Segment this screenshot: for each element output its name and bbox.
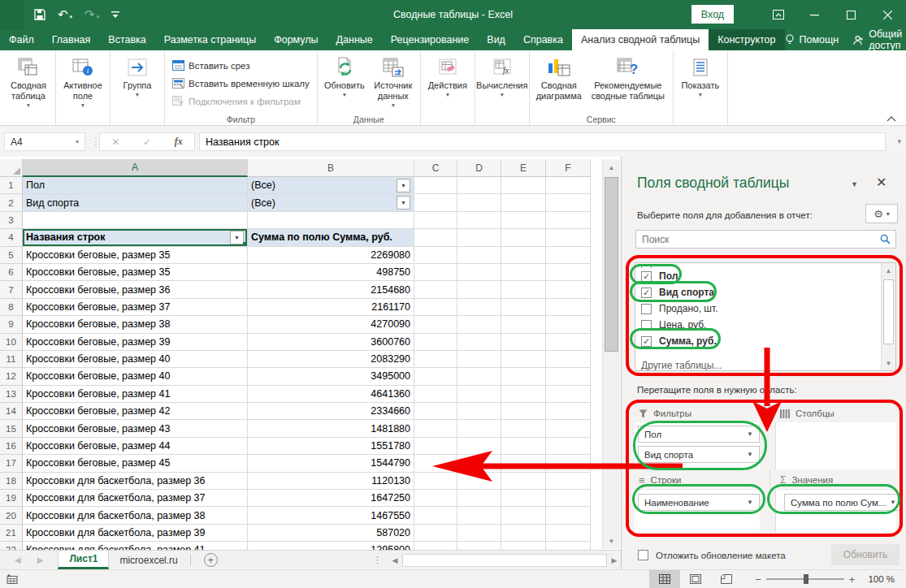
row-number[interactable]: 21 bbox=[0, 525, 23, 542]
cell-empty[interactable] bbox=[546, 473, 591, 490]
cell-empty[interactable] bbox=[457, 473, 501, 490]
row-number[interactable]: 6 bbox=[0, 264, 23, 281]
cell-empty[interactable] bbox=[501, 247, 546, 264]
filter-value-cell[interactable]: (Все)▼ bbox=[248, 194, 414, 211]
enter-icon[interactable]: ✓ bbox=[143, 136, 151, 148]
row-number[interactable]: 4 bbox=[0, 229, 23, 246]
pivot-value-cell[interactable]: 1481880 bbox=[248, 420, 414, 437]
cell-empty[interactable] bbox=[414, 542, 457, 550]
field-item-vid-sporta[interactable]: ✓ Вид спорта bbox=[635, 284, 895, 300]
row-number[interactable]: 19 bbox=[0, 490, 23, 507]
pivot-row-label-cell[interactable]: Кроссовки беговые, размер 37 bbox=[23, 299, 248, 316]
pivot-value-cell[interactable]: 1467550 bbox=[248, 507, 414, 524]
actions-button[interactable]: Действия ▾ bbox=[423, 53, 472, 114]
tab-review[interactable]: Рецензирование bbox=[382, 29, 479, 50]
cell-empty[interactable] bbox=[546, 490, 591, 507]
pivot-row-label-cell[interactable]: Кроссовки для баскетбола, размер 36 bbox=[23, 473, 248, 490]
zoom-in-button[interactable]: + bbox=[844, 573, 860, 586]
cell-empty[interactable] bbox=[546, 351, 591, 368]
column-header-e[interactable]: E bbox=[501, 159, 546, 177]
column-header-a[interactable]: A bbox=[23, 159, 248, 177]
calculations-button[interactable]: fx Вычисления ▾ bbox=[478, 53, 527, 114]
cell-empty[interactable] bbox=[414, 507, 457, 524]
cell-empty[interactable] bbox=[546, 455, 591, 472]
pane-splitter-dots-icon[interactable]: ⋮ bbox=[373, 555, 382, 565]
cell-empty[interactable] bbox=[457, 455, 501, 472]
share-button[interactable]: Общий доступ bbox=[853, 28, 902, 51]
row-number[interactable]: 17 bbox=[0, 455, 23, 472]
zoom-slider[interactable] bbox=[766, 578, 844, 580]
sheet-tab-list1[interactable]: Лист1 bbox=[58, 551, 109, 569]
checkbox-unchecked[interactable] bbox=[638, 550, 648, 560]
scroll-up-icon[interactable]: ▲ bbox=[882, 263, 895, 278]
horizontal-scrollbar[interactable] bbox=[402, 554, 607, 567]
cell-empty[interactable] bbox=[501, 403, 546, 420]
sign-in-button[interactable]: Вход bbox=[691, 5, 734, 24]
cell-empty[interactable] bbox=[501, 351, 546, 368]
cell-empty[interactable] bbox=[546, 281, 591, 298]
prev-sheet-icon[interactable]: ◀ bbox=[15, 556, 21, 564]
page-break-view-button[interactable] bbox=[711, 570, 742, 588]
cell-empty[interactable] bbox=[414, 420, 457, 437]
cell-empty[interactable] bbox=[501, 542, 546, 550]
cell-empty[interactable] bbox=[457, 386, 501, 403]
search-input[interactable] bbox=[636, 234, 880, 245]
field-search-box[interactable] bbox=[635, 230, 896, 249]
cell-empty[interactable] bbox=[501, 455, 546, 472]
row-number[interactable]: 8 bbox=[0, 299, 23, 316]
pivot-value-cell[interactable]: 3600760 bbox=[248, 334, 414, 351]
tab-data[interactable]: Данные bbox=[327, 29, 382, 50]
data-source-button[interactable]: Источник данных ▾ bbox=[369, 53, 418, 114]
column-header-c[interactable]: C bbox=[414, 159, 457, 177]
pivot-row-label-cell[interactable]: Кроссовки для баскетбола, размер 38 bbox=[23, 507, 248, 524]
cell-empty[interactable] bbox=[546, 403, 591, 420]
cell-empty[interactable] bbox=[414, 299, 457, 316]
pivot-value-cell[interactable]: 2154680 bbox=[248, 281, 414, 298]
pivot-row-label-cell[interactable]: Кроссовки беговые, размер 38 bbox=[23, 316, 248, 333]
cell-empty[interactable] bbox=[546, 299, 591, 316]
collapse-ribbon-button[interactable] bbox=[886, 115, 896, 122]
minimize-button[interactable] bbox=[796, 0, 833, 29]
cell-empty[interactable] bbox=[457, 334, 501, 351]
pivot-row-label-cell[interactable]: Кроссовки беговые, размер 45 bbox=[23, 455, 248, 472]
cell-empty[interactable] bbox=[457, 420, 501, 437]
checkbox-checked[interactable]: ✓ bbox=[641, 271, 652, 282]
row-number[interactable]: 14 bbox=[0, 403, 23, 420]
tab-design[interactable]: Конструктор bbox=[709, 29, 784, 50]
row-number[interactable]: 7 bbox=[0, 281, 23, 298]
cell-empty[interactable] bbox=[501, 490, 546, 507]
row-number[interactable]: 18 bbox=[0, 473, 23, 490]
cell-empty[interactable] bbox=[23, 212, 248, 229]
filter-pill-pol[interactable]: Пол▼ bbox=[638, 426, 760, 443]
scroll-left-icon[interactable]: ◀ bbox=[388, 556, 401, 564]
pivot-value-cell[interactable]: 1544790 bbox=[248, 455, 414, 472]
filter-value-cell[interactable]: (Все)▼ bbox=[248, 177, 414, 194]
cell-empty[interactable] bbox=[414, 386, 457, 403]
row-number[interactable]: 12 bbox=[0, 368, 23, 385]
maximize-button[interactable] bbox=[833, 0, 869, 29]
cell-empty[interactable] bbox=[501, 299, 546, 316]
cell-empty[interactable] bbox=[457, 194, 501, 211]
filter-pill-vid-sporta[interactable]: Вид спорта▼ bbox=[638, 446, 760, 463]
group-button[interactable]: Группа ▾ bbox=[113, 53, 162, 114]
cell-empty[interactable] bbox=[501, 264, 546, 281]
tab-file[interactable]: Файл bbox=[0, 29, 43, 50]
field-item-prodano[interactable]: Продано, шт. bbox=[635, 300, 895, 317]
zoom-slider-handle[interactable] bbox=[804, 574, 808, 584]
tab-pivottable-analyze[interactable]: Анализ сводной таблицы bbox=[572, 29, 709, 50]
cell-empty[interactable] bbox=[414, 247, 457, 264]
row-number[interactable]: 3 bbox=[0, 212, 23, 229]
pivot-value-cell[interactable]: 587020 bbox=[248, 525, 414, 542]
checkbox-checked[interactable]: ✓ bbox=[641, 288, 652, 298]
cell-empty[interactable] bbox=[501, 420, 546, 437]
row-number[interactable]: 15 bbox=[0, 420, 23, 437]
vertical-scrollbar[interactable]: ▲ ▼ bbox=[602, 159, 620, 549]
cell-empty[interactable] bbox=[546, 177, 591, 194]
tab-help[interactable]: Справка bbox=[514, 29, 572, 50]
pivot-value-cell[interactable]: 1120130 bbox=[248, 473, 414, 490]
cell-empty[interactable] bbox=[546, 368, 591, 385]
pivot-value-cell[interactable]: 1551780 bbox=[248, 438, 414, 455]
field-item-cena[interactable]: Цена, руб. bbox=[635, 317, 895, 333]
cell-empty[interactable] bbox=[414, 455, 457, 472]
insert-slicer-button[interactable]: Вставить срез bbox=[172, 58, 310, 73]
